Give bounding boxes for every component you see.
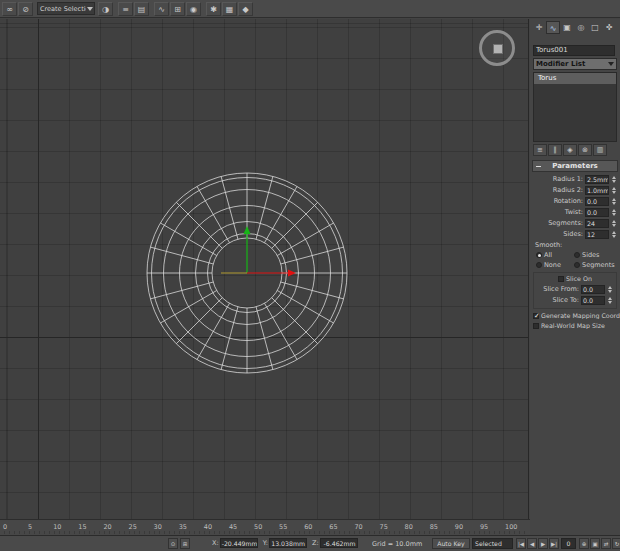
auto-key-button[interactable]: Auto Key <box>432 538 470 549</box>
slice-on-checkbox[interactable] <box>558 276 564 282</box>
render-production-icon[interactable]: ◆ <box>238 2 253 16</box>
pan-icon[interactable]: ⇄ <box>601 538 611 549</box>
timeline-label-85: 85 <box>430 523 438 531</box>
parameters-rollout-header[interactable]: Parameters <box>532 160 618 172</box>
mirror-icon[interactable]: ◑ <box>98 2 113 16</box>
check-generate-mapping-coords[interactable]: Generate Mapping Coords. <box>533 311 620 320</box>
show-end-result-button[interactable]: ∥ <box>548 144 562 156</box>
tab-utilities[interactable]: ✜ <box>602 21 616 34</box>
coordinate-x-label: X: <box>212 539 219 547</box>
slice-to-row: Slice To:0.0 <box>537 295 614 305</box>
timeline-label-45: 45 <box>229 523 237 531</box>
spinner-down-icon[interactable] <box>608 290 612 293</box>
spinner-down-icon[interactable] <box>608 301 612 304</box>
key-filter-selected-dropdown[interactable]: Selected <box>472 538 513 549</box>
current-frame-field[interactable]: 0 <box>561 538 576 549</box>
twist-spinner[interactable] <box>609 209 618 216</box>
radius-2-spinner[interactable] <box>609 187 618 194</box>
spinner-up-icon[interactable] <box>612 176 616 179</box>
go-to-start-icon[interactable]: |◀ <box>516 538 526 549</box>
timeline-label-80: 80 <box>405 523 413 531</box>
schematic-view-icon[interactable]: ⊞ <box>170 2 185 16</box>
zoom-extents-icon[interactable]: ▣ <box>590 538 600 549</box>
smooth-option-none[interactable]: None <box>536 260 574 269</box>
modifier-list-dropdown[interactable]: Modifier List <box>533 58 617 70</box>
slice-to-spinner[interactable] <box>605 297 614 304</box>
coordinate-x-field[interactable]: -20.449mm <box>220 538 258 548</box>
check-real-world-map-size[interactable]: Real-World Map Size <box>533 321 620 330</box>
sides-spinner[interactable] <box>609 231 618 238</box>
coordinate-display: X:-20.449mmY:13.038mmZ:-6.462mm <box>212 538 358 548</box>
spinner-up-icon[interactable] <box>612 209 616 212</box>
navigation-wheel-icon[interactable] <box>479 30 515 66</box>
slice-from-spinner[interactable] <box>605 286 614 293</box>
named-selection-set-dropdown[interactable]: Create Selection Set <box>37 2 95 15</box>
layer-manager-icon[interactable]: ▤ <box>134 2 149 16</box>
slice-to-field[interactable]: 0.0 <box>581 296 605 305</box>
spinner-down-icon[interactable] <box>612 191 616 194</box>
radius-2-row: Radius 2:1.0mm <box>533 185 618 195</box>
spinner-down-icon[interactable] <box>612 235 616 238</box>
viewport-top[interactable] <box>0 19 529 519</box>
spinner-down-icon[interactable] <box>612 202 616 205</box>
play-icon[interactable]: ▶ <box>538 538 548 549</box>
coordinate-x: X:-20.449mm <box>212 538 258 548</box>
make-unique-button[interactable]: ◈ <box>563 144 577 156</box>
coordinate-z-field[interactable]: -6.462mm <box>320 538 358 548</box>
material-editor-icon[interactable]: ◉ <box>186 2 201 16</box>
spinner-up-icon[interactable] <box>612 198 616 201</box>
segments-field[interactable]: 24 <box>585 219 609 228</box>
timeline-label-0: 0 <box>3 523 7 531</box>
tab-modify[interactable]: ∿ <box>546 21 560 34</box>
smooth-option-all[interactable]: All <box>536 250 574 259</box>
previous-frame-icon[interactable]: ◀ <box>527 538 537 549</box>
tab-display[interactable]: □ <box>588 21 602 34</box>
rotation-spinner[interactable] <box>609 198 618 205</box>
sides-field[interactable]: 12 <box>585 230 609 239</box>
pin-stack-button[interactable]: ≡ <box>533 144 547 156</box>
object-name-field[interactable] <box>533 45 615 56</box>
orbit-icon[interactable]: ↻ <box>612 538 620 549</box>
spinner-up-icon[interactable] <box>612 220 616 223</box>
spinner-down-icon[interactable] <box>612 213 616 216</box>
slice-from-field[interactable]: 0.0 <box>581 285 605 294</box>
render-setup-icon[interactable]: ✱ <box>206 2 221 16</box>
unlink-selection-icon[interactable]: ⊘ <box>18 2 33 16</box>
spinner-down-icon[interactable] <box>612 224 616 227</box>
spinner-down-icon[interactable] <box>612 180 616 183</box>
tab-create[interactable]: ✛ <box>532 21 546 34</box>
coordinate-y-field[interactable]: 13.038mm <box>269 538 307 548</box>
remove-modifier-button[interactable]: ⊗ <box>578 144 592 156</box>
radio-segments-icon <box>574 262 580 268</box>
segments-spinner[interactable] <box>609 220 618 227</box>
configure-modifier-sets-button[interactable]: ▥ <box>593 144 607 156</box>
timeline-label-15: 15 <box>78 523 86 531</box>
tab-motion[interactable]: ◎ <box>574 21 588 34</box>
smooth-option-segments[interactable]: Segments <box>574 260 620 269</box>
timeline-label-55: 55 <box>279 523 287 531</box>
curve-editor-icon[interactable]: ∿ <box>154 2 169 16</box>
go-to-end-icon[interactable]: ▶| <box>549 538 559 549</box>
zoom-icon[interactable]: ⊕ <box>579 538 589 549</box>
tab-hierarchy[interactable]: ▣ <box>560 21 574 34</box>
modifier-stack-item-torus[interactable]: Torus <box>534 73 616 84</box>
select-and-link-icon[interactable]: ∞ <box>2 2 17 16</box>
twist-field[interactable]: 0.0 <box>585 208 609 217</box>
rendered-frame-icon[interactable]: ▦ <box>222 2 237 16</box>
align-icon[interactable]: ≡ <box>118 2 133 16</box>
status-bar: ⊙⊞ X:-20.449mmY:13.038mmZ:-6.462mm Grid … <box>0 535 620 551</box>
radius-2-field[interactable]: 1.0mm <box>585 186 609 195</box>
spinner-up-icon[interactable] <box>612 231 616 234</box>
radius-1-field[interactable]: 2.5mm <box>585 175 609 184</box>
spinner-up-icon[interactable] <box>608 286 612 289</box>
spinner-up-icon[interactable] <box>612 187 616 190</box>
rotation-field[interactable]: 0.0 <box>585 197 609 206</box>
smooth-option-sides[interactable]: Sides <box>574 250 620 259</box>
absolute-mode-icon[interactable]: ⊞ <box>180 538 190 549</box>
selection-lock-icon[interactable]: ⊙ <box>168 538 178 549</box>
slice-on-row[interactable]: Slice On <box>534 274 616 283</box>
timeline-label-40: 40 <box>204 523 212 531</box>
spinner-up-icon[interactable] <box>608 297 612 300</box>
radius-1-spinner[interactable] <box>609 176 618 183</box>
time-slider-ruler[interactable]: 0510152025303540455055606570758085909510… <box>0 519 530 535</box>
